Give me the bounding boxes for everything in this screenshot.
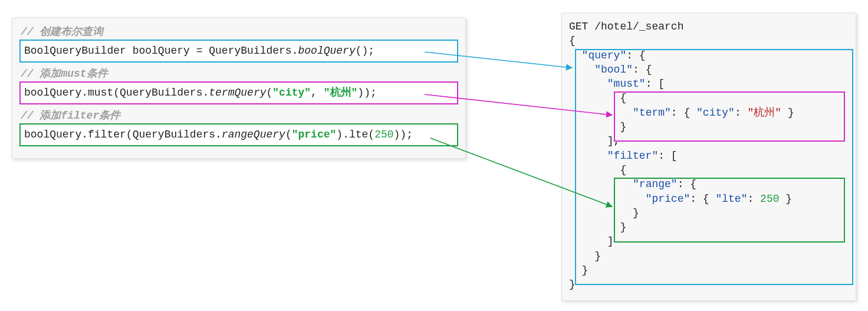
value-hangzhou: "杭州": [747, 107, 781, 119]
key-city: "city": [696, 107, 735, 119]
code-text: (: [285, 129, 292, 140]
code-text: BoolQueryBuilder boolQuery = QueryBuilde…: [24, 45, 298, 57]
key-lte: "lte": [715, 193, 747, 205]
code-line-filter: boolQuery.filter(QueryBuilders.rangeQuer…: [19, 123, 458, 146]
value-250: 250: [760, 193, 779, 205]
code-text: ();: [356, 45, 374, 57]
key-filter: "filter": [607, 150, 658, 162]
key-term: "term": [633, 107, 671, 119]
comment-add-filter: // 添加filter条件: [19, 108, 458, 122]
code-text: (: [266, 87, 272, 99]
code-text: ,: [311, 87, 324, 99]
comment-add-must: // 添加must条件: [19, 66, 458, 80]
code-text: ));: [394, 129, 413, 140]
code-line-boolquery: BoolQueryBuilder boolQuery = QueryBuilde…: [19, 40, 458, 63]
request-line: GET /hotel/_search: [569, 21, 683, 32]
json-query-panel: GET /hotel/_search { "query": { "bool": …: [561, 13, 856, 301]
code-text: boolQuery.must(QueryBuilders.: [24, 87, 209, 99]
string-price: "price": [292, 129, 337, 140]
code-text: ).lte(: [336, 129, 374, 140]
code-line-must: boolQuery.must(QueryBuilders.termQuery("…: [19, 81, 458, 104]
key-range: "range": [633, 178, 678, 190]
number-250: 250: [374, 129, 393, 140]
method-termquery: termQuery: [209, 87, 266, 99]
code-text: boolQuery.filter(QueryBuilders.: [24, 129, 222, 140]
json-code: GET /hotel/_search { "query": { "bool": …: [569, 19, 849, 292]
code-text: ));: [357, 87, 376, 99]
java-code-panel: // 创建布尔查询 BoolQueryBuilder boolQuery = Q…: [12, 18, 466, 159]
method-rangequery: rangeQuery: [222, 129, 285, 140]
comment-create-bool: // 创建布尔查询: [19, 24, 458, 38]
method-boolquery: boolQuery: [298, 45, 355, 57]
string-city: "city": [272, 87, 311, 99]
key-price: "price": [646, 193, 691, 205]
string-hangzhou: "杭州": [324, 87, 358, 99]
key-bool: "bool": [594, 64, 633, 76]
key-must: "must": [607, 78, 646, 90]
key-query: "query": [582, 50, 627, 61]
